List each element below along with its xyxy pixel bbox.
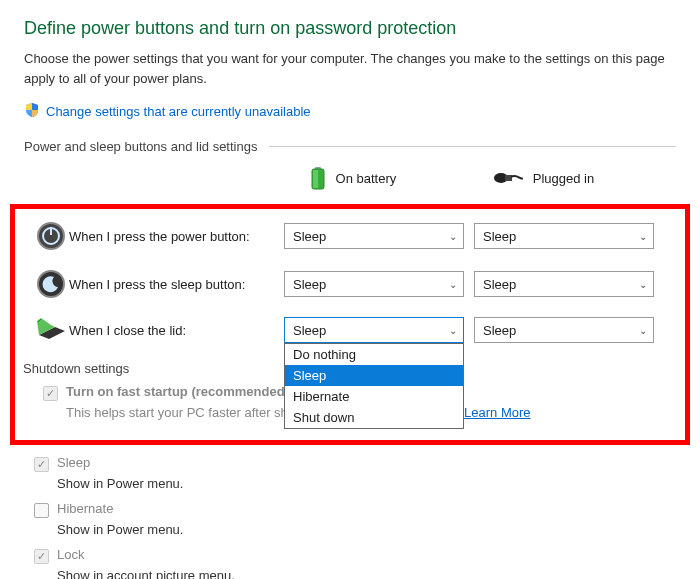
page-title: Define power buttons and turn on passwor… bbox=[24, 18, 676, 39]
sleep-button-icon bbox=[33, 269, 69, 299]
dropdown-lid-battery: Do nothing Sleep Hibernate Shut down bbox=[284, 343, 464, 429]
checkbox-fast-startup-label: Turn on fast startup (recommended) bbox=[66, 384, 289, 399]
row-close-lid: When I close the lid: Sleep⌄ Sleep⌄ Do n… bbox=[33, 317, 675, 343]
lock-desc: Show in account picture menu. bbox=[24, 568, 676, 579]
checkbox-fast-startup bbox=[43, 386, 58, 401]
row-power-button: When I press the power button: Sleep⌄ Sl… bbox=[33, 221, 675, 251]
chevron-down-icon: ⌄ bbox=[449, 231, 457, 242]
plug-icon bbox=[493, 169, 523, 187]
highlight-box: When I press the power button: Sleep⌄ Sl… bbox=[10, 204, 690, 445]
chevron-down-icon: ⌄ bbox=[449, 325, 457, 336]
checkbox-lock bbox=[34, 549, 49, 564]
sleep-desc: Show in Power menu. bbox=[24, 476, 676, 491]
checkbox-hibernate-label: Hibernate bbox=[57, 501, 113, 516]
select-power-battery[interactable]: Sleep⌄ bbox=[284, 223, 464, 249]
page-subtitle: Choose the power settings that you want … bbox=[24, 49, 676, 88]
lid-icon bbox=[33, 317, 69, 343]
svg-rect-8 bbox=[50, 227, 52, 235]
dropdown-item-sleep[interactable]: Sleep bbox=[285, 365, 463, 386]
battery-icon bbox=[310, 166, 326, 190]
divider bbox=[269, 146, 676, 147]
checkbox-hibernate bbox=[34, 503, 49, 518]
select-sleep-battery[interactable]: Sleep⌄ bbox=[284, 271, 464, 297]
dropdown-item-do-nothing[interactable]: Do nothing bbox=[285, 344, 463, 365]
checkbox-sleep bbox=[34, 457, 49, 472]
chevron-down-icon: ⌄ bbox=[639, 325, 647, 336]
change-settings-link[interactable]: Change settings that are currently unava… bbox=[46, 104, 311, 119]
select-power-plugged[interactable]: Sleep⌄ bbox=[474, 223, 654, 249]
row-lid-label: When I close the lid: bbox=[69, 323, 284, 338]
row-sleep-button: When I press the sleep button: Sleep⌄ Sl… bbox=[33, 269, 675, 299]
chevron-down-icon: ⌄ bbox=[639, 231, 647, 242]
shield-icon bbox=[24, 102, 40, 121]
power-button-icon bbox=[33, 221, 69, 251]
select-sleep-plugged[interactable]: Sleep⌄ bbox=[474, 271, 654, 297]
row-sleep-label: When I press the sleep button: bbox=[69, 277, 284, 292]
row-power-label: When I press the power button: bbox=[69, 229, 284, 244]
select-lid-plugged[interactable]: Sleep⌄ bbox=[474, 317, 654, 343]
chevron-down-icon: ⌄ bbox=[449, 279, 457, 290]
learn-more-link[interactable]: Learn More bbox=[464, 405, 530, 420]
hibernate-desc: Show in Power menu. bbox=[24, 522, 676, 537]
checkbox-sleep-label: Sleep bbox=[57, 455, 90, 470]
svg-rect-2 bbox=[313, 170, 318, 188]
chevron-down-icon: ⌄ bbox=[639, 279, 647, 290]
checkbox-lock-label: Lock bbox=[57, 547, 84, 562]
section-power-sleep-label: Power and sleep buttons and lid settings bbox=[24, 139, 269, 154]
select-lid-battery[interactable]: Sleep⌄ bbox=[284, 317, 464, 343]
col-plugged-label: Plugged in bbox=[533, 171, 594, 186]
col-battery-label: On battery bbox=[336, 171, 397, 186]
dropdown-item-shut-down[interactable]: Shut down bbox=[285, 407, 463, 428]
dropdown-item-hibernate[interactable]: Hibernate bbox=[285, 386, 463, 407]
